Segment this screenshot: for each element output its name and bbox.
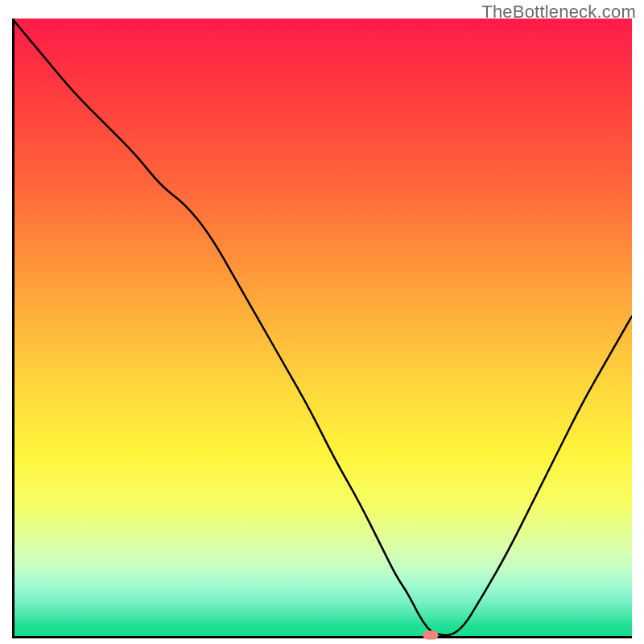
curve-svg: [12, 19, 632, 638]
chart-container: TheBottleneck.com: [0, 0, 644, 644]
minimum-marker: [423, 631, 438, 640]
plot-area: [12, 19, 632, 638]
bottleneck-curve: [12, 19, 632, 635]
